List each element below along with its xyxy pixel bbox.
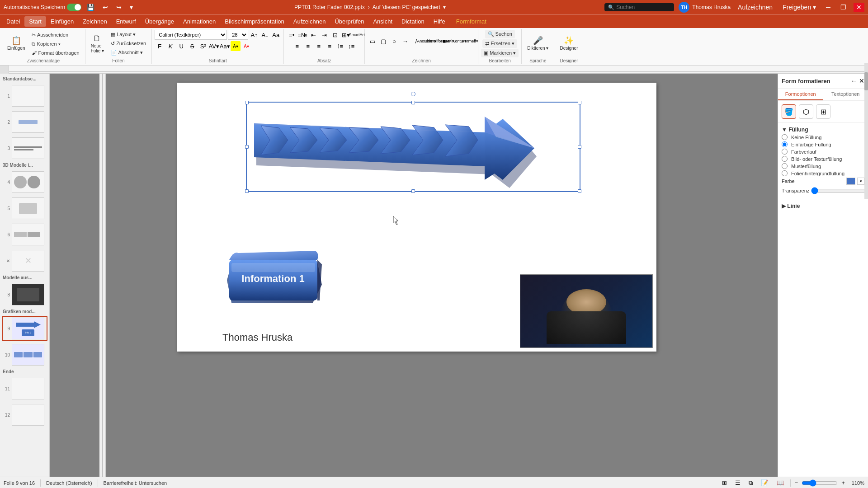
handle-br[interactable] xyxy=(578,189,581,193)
shadow-button[interactable]: S² xyxy=(198,41,208,51)
menu-datei[interactable]: Datei xyxy=(2,16,24,27)
shape-rect[interactable]: ▭ xyxy=(368,36,377,46)
option-folien[interactable]: Folienhintergrundfüllung xyxy=(782,170,864,176)
zuruecksetzen-button[interactable]: ↺ Zurücksetzen xyxy=(108,39,149,48)
handle-ml[interactable] xyxy=(245,145,249,149)
language-info[interactable]: Deutsch (Österreich) xyxy=(46,480,92,486)
size-selector[interactable]: 28 xyxy=(228,30,248,40)
menu-ansicht[interactable]: Ansicht xyxy=(368,16,397,27)
menu-aufzeichnen[interactable]: Aufzeichnen xyxy=(289,16,330,27)
handle-tl[interactable] xyxy=(245,101,249,104)
fuellung-title[interactable]: ▼ Füllung xyxy=(782,127,864,133)
slide-thumb-2[interactable]: 2 xyxy=(2,109,47,135)
einfuegen-button[interactable]: 📋 Einfügen xyxy=(5,35,28,52)
ersetzen-button[interactable]: ⇄ Ersetzen ▾ xyxy=(482,39,517,48)
option-bild[interactable]: Bild- oder Texturfüllung xyxy=(782,156,864,162)
smartart-button[interactable]: SmartArt xyxy=(352,30,362,40)
autosave-toggle[interactable]: Automatisches Speichern xyxy=(4,4,81,11)
share-button[interactable]: Aufzeichnen xyxy=(735,3,775,12)
tab-formoptionen[interactable]: Formoptionen xyxy=(778,89,823,100)
menu-animationen[interactable]: Animationen xyxy=(179,16,220,27)
slide-thumb-10[interactable]: 10 xyxy=(2,342,47,367)
radio-keine[interactable] xyxy=(782,134,788,140)
shape-circle[interactable]: ○ xyxy=(389,36,399,46)
bullets-button[interactable]: ≡• xyxy=(287,30,297,40)
designer-button[interactable]: ✨ Designer xyxy=(557,35,580,52)
option-muster[interactable]: Musterfüllung xyxy=(782,163,864,169)
neue-folie-button[interactable]: 🗋 NeueFolie ▾ xyxy=(88,33,107,55)
bold-button[interactable]: F xyxy=(155,41,165,51)
minimize-button[interactable]: ─ xyxy=(823,3,833,12)
slide-thumb-8[interactable]: 8 xyxy=(2,282,47,307)
autosave-switch[interactable] xyxy=(67,4,81,11)
indent-increase-button[interactable]: ⇥ xyxy=(319,30,329,40)
slide-thumb-11[interactable]: 11 xyxy=(2,376,47,401)
slide-thumb-5[interactable]: 5 xyxy=(2,196,47,221)
rotate-handle[interactable] xyxy=(411,92,415,96)
linespacing-button[interactable]: ↕≡ xyxy=(346,41,356,51)
normal-view-button[interactable]: ⊞ xyxy=(720,478,729,488)
layout-icon-button[interactable]: ⊞ xyxy=(816,104,830,119)
slide-thumb-6[interactable]: 6 xyxy=(2,222,47,247)
redo-button[interactable]: ↪ xyxy=(113,3,124,12)
slide-thumb-1[interactable]: 1 xyxy=(2,83,47,108)
menu-hilfe[interactable]: Hilfe xyxy=(429,16,450,27)
zoom-level[interactable]: 110% xyxy=(849,480,864,486)
increase-font-button[interactable]: A↑ xyxy=(249,30,259,40)
radio-einfarbig[interactable] xyxy=(782,141,788,147)
slide-thumb-4[interactable]: 4 xyxy=(2,169,47,195)
zoom-in-button[interactable]: + xyxy=(841,479,845,486)
accessibility-info[interactable]: Barrierefreiheit: Untersuchen xyxy=(104,480,167,486)
undo-button[interactable]: ↩ xyxy=(100,3,111,12)
slide-sorter-button[interactable]: ⧉ xyxy=(746,478,755,488)
fontcolor-button[interactable]: A▾ xyxy=(241,41,251,51)
fill-icon-button[interactable]: 🪣 xyxy=(782,104,796,119)
zoom-slider[interactable] xyxy=(802,479,838,487)
slide-thumb-12[interactable]: 12 xyxy=(2,402,47,427)
decrease-font-button[interactable]: A↓ xyxy=(260,30,270,40)
effects-icon-button[interactable]: ⬡ xyxy=(799,104,813,119)
suchen-button[interactable]: 🔍 Suchen xyxy=(485,30,515,38)
panel-back-button[interactable]: ← xyxy=(851,77,857,84)
shape-right-arrow[interactable]: → xyxy=(400,36,410,46)
font-selector[interactable]: Calibri (Textkörper) xyxy=(155,30,227,40)
search-input[interactable] xyxy=(616,4,670,10)
ausschneiden-button[interactable]: ✂ Ausschneiden xyxy=(29,31,82,39)
color-dropdown[interactable]: ▾ xyxy=(857,178,864,185)
effects-button[interactable]: Formeff▾ xyxy=(465,36,475,46)
menu-uebergaenge[interactable]: Übergänge xyxy=(141,16,179,27)
menu-formformat[interactable]: Formformat xyxy=(452,16,491,27)
numbering-button[interactable]: ≡№ xyxy=(297,30,307,40)
radio-muster[interactable] xyxy=(782,163,788,169)
menu-einfuegen[interactable]: Einfügen xyxy=(46,16,78,27)
columns-button[interactable]: ⁞≡ xyxy=(335,41,345,51)
panel-scroll-thumb[interactable] xyxy=(864,72,868,90)
handle-bl[interactable] xyxy=(245,189,249,193)
shape-rounded-rect[interactable]: ▢ xyxy=(378,36,388,46)
reading-view-button[interactable]: 📖 xyxy=(774,478,787,488)
menu-start[interactable]: Start xyxy=(24,16,46,27)
indent-decrease-button[interactable]: ⇤ xyxy=(308,30,318,40)
clear-format-button[interactable]: Aa xyxy=(271,30,281,40)
spacing-button[interactable]: AV▾ xyxy=(209,41,219,51)
arrow-shape[interactable] xyxy=(250,103,580,189)
case-button[interactable]: Aa▾ xyxy=(220,41,230,51)
quick-styles-button[interactable]: Schnellformat▾ xyxy=(433,36,443,46)
menu-ueberpruefen[interactable]: Überprüfen xyxy=(330,16,368,27)
markieren-button[interactable]: ▣ Markieren ▾ xyxy=(481,49,519,57)
kopieren-button[interactable]: ⧉ Kopieren ▾ xyxy=(29,40,82,48)
option-farbverlauf[interactable]: Farbverlauf xyxy=(782,149,864,155)
transparency-slider[interactable] xyxy=(811,187,868,194)
menu-zeichnen[interactable]: Zeichnen xyxy=(78,16,111,27)
slide-canvas[interactable]: Information 1 Thomas Hruska xyxy=(177,83,656,352)
slide-thumb-7[interactable]: ✕ ✕ xyxy=(2,248,47,273)
zoom-out-button[interactable]: − xyxy=(794,479,798,486)
text-direction-button[interactable]: ⊡ xyxy=(330,30,340,40)
align-left-button[interactable]: ≡ xyxy=(292,41,302,51)
close-button[interactable]: ✕ xyxy=(854,3,864,12)
menu-entwurf[interactable]: Entwurf xyxy=(112,16,141,27)
italic-button[interactable]: K xyxy=(165,41,175,51)
radio-bild[interactable] xyxy=(782,156,788,162)
panel-scrollbar[interactable] xyxy=(864,63,868,199)
slide-thumb-3[interactable]: 3 xyxy=(2,136,47,161)
